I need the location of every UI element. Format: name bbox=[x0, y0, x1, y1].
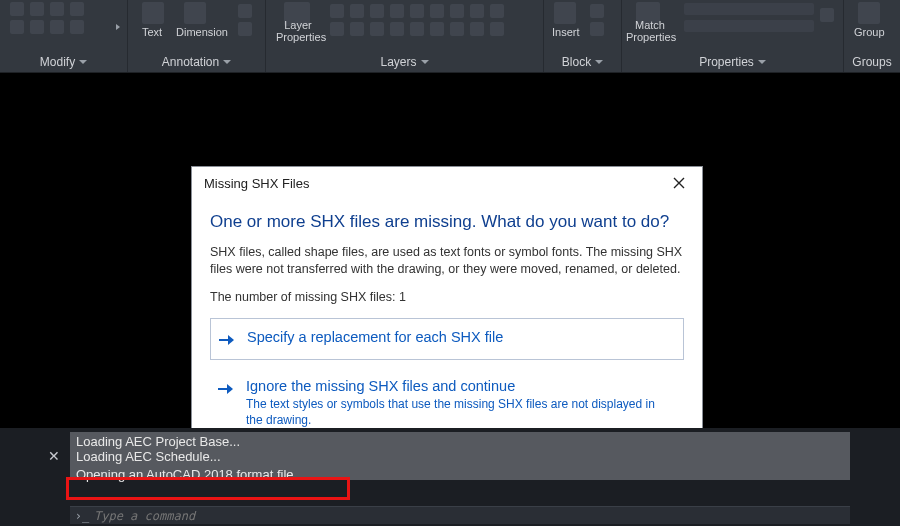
command-input-row[interactable]: ›_ bbox=[70, 506, 850, 524]
chevron-down-icon bbox=[595, 60, 603, 64]
command-close-button[interactable]: ✕ bbox=[48, 448, 60, 464]
history-line: Loading AEC Project Base... bbox=[76, 434, 844, 449]
arrow-right-icon bbox=[218, 380, 236, 398]
history-highlight-line: Opening an AutoCAD 2018 format file. bbox=[76, 467, 844, 482]
option2-subtitle: The text styles or symbols that use the … bbox=[246, 397, 666, 428]
panel-label-group[interactable]: Groups bbox=[844, 52, 900, 72]
chevron-down-icon bbox=[223, 60, 231, 64]
panel-modify: Modify bbox=[0, 0, 128, 72]
command-line-area: ✕ Loading AEC Project Base... Loading AE… bbox=[0, 428, 900, 526]
text-tool-label[interactable]: Text bbox=[142, 26, 162, 38]
close-icon bbox=[673, 177, 685, 189]
panel-group: Group Groups bbox=[844, 0, 900, 72]
dimension-tool-label[interactable]: Dimension bbox=[176, 26, 228, 38]
chevron-down-icon bbox=[421, 60, 429, 64]
panel-label-text: Layers bbox=[380, 55, 416, 69]
dialog-heading: One or more SHX files are missing. What … bbox=[210, 211, 684, 232]
dialog-missing-count: The number of missing SHX files: 1 bbox=[210, 290, 684, 304]
panel-label-layers[interactable]: Layers bbox=[266, 52, 543, 72]
dialog-title: Missing SHX Files bbox=[204, 176, 309, 191]
panel-annotation: Text Dimension Annotation bbox=[128, 0, 266, 72]
panel-block: Insert Block bbox=[544, 0, 622, 72]
panel-label-text: Modify bbox=[40, 55, 75, 69]
count-value: 1 bbox=[399, 290, 406, 304]
command-input[interactable] bbox=[94, 509, 850, 523]
match-properties-label[interactable]: Match Properties bbox=[626, 20, 674, 43]
count-prefix: The number of missing SHX files: bbox=[210, 290, 399, 304]
panel-label-text: Block bbox=[562, 55, 591, 69]
panel-label-annotation[interactable]: Annotation bbox=[128, 52, 265, 72]
panel-label-modify[interactable]: Modify bbox=[0, 52, 127, 72]
group-tool-label[interactable]: Group bbox=[854, 26, 885, 38]
command-prompt-icon: ›_ bbox=[70, 507, 94, 524]
command-history[interactable]: Loading AEC Project Base... Loading AEC … bbox=[70, 432, 850, 480]
panel-label-text: Annotation bbox=[162, 55, 219, 69]
history-line: Loading AEC Schedule... bbox=[76, 449, 844, 464]
drawing-area[interactable]: Missing SHX Files One or more SHX files … bbox=[0, 73, 900, 428]
layer-properties-label[interactable]: Layer Properties bbox=[276, 20, 320, 43]
panel-label-block[interactable]: Block bbox=[544, 52, 621, 72]
chevron-down-icon bbox=[79, 60, 87, 64]
panel-layers: Layer Properties Layers bbox=[266, 0, 544, 72]
ribbon: Modify Text Dimension Annotation Layer P… bbox=[0, 0, 900, 73]
insert-tool-label[interactable]: Insert bbox=[552, 26, 580, 38]
panel-label-text: Groups bbox=[852, 55, 891, 69]
close-button[interactable] bbox=[668, 172, 690, 194]
panel-properties: Match Properties Properties bbox=[622, 0, 844, 72]
chevron-down-icon bbox=[758, 60, 766, 64]
dialog-description: SHX files, called shape files, are used … bbox=[210, 244, 684, 278]
panel-label-text: Properties bbox=[699, 55, 754, 69]
dialog-titlebar: Missing SHX Files bbox=[192, 167, 702, 199]
option2-title: Ignore the missing SHX files and continu… bbox=[246, 378, 666, 395]
arrow-right-icon bbox=[219, 331, 237, 349]
option1-title: Specify a replacement for each SHX file bbox=[247, 329, 503, 346]
panel-label-properties[interactable]: Properties bbox=[622, 52, 843, 72]
option-specify-replacement[interactable]: Specify a replacement for each SHX file bbox=[210, 318, 684, 360]
